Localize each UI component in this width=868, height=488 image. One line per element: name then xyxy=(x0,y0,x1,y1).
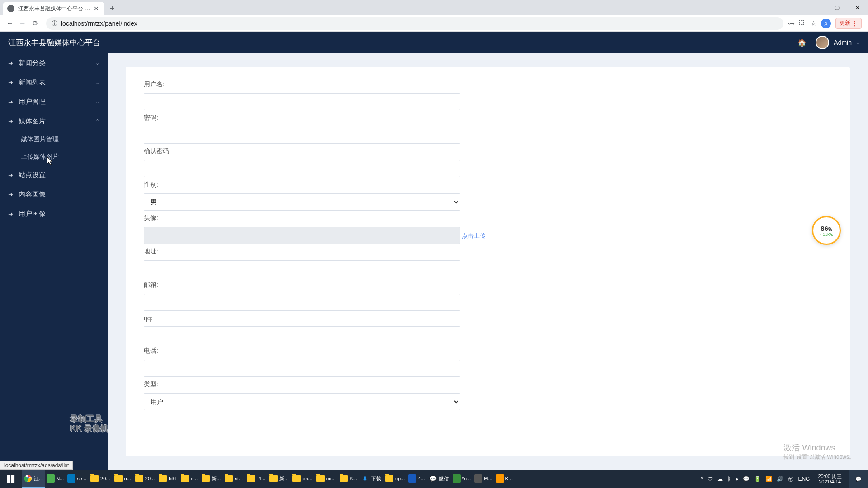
arrow-right-icon: ➜ xyxy=(8,79,13,86)
url-field-wrap[interactable]: ⓘ xyxy=(46,17,783,30)
taskbar-item[interactable]: K... xyxy=(494,470,515,488)
folder-icon xyxy=(316,474,325,483)
input-qq[interactable] xyxy=(144,326,460,343)
taskbar-item[interactable]: *n... xyxy=(451,470,473,488)
update-button[interactable]: 更新 ⋮ xyxy=(835,18,862,29)
tray-security-icon[interactable]: 🛡 xyxy=(708,476,713,482)
taskbar-item[interactable]: 4... xyxy=(406,470,426,488)
profile-avatar-icon[interactable]: 文 xyxy=(821,19,831,28)
taskbar-item[interactable]: co... xyxy=(314,470,338,488)
user-menu[interactable]: Admin ⌄ xyxy=(816,36,860,49)
taskbar-item[interactable]: ldhf xyxy=(156,470,179,488)
vscode-icon xyxy=(67,474,75,483)
sidebar-subitem-media-manage[interactable]: 媒体图片管理 xyxy=(0,131,108,148)
taskbar-item[interactable]: 新... xyxy=(267,470,290,488)
translate-icon[interactable]: ⿻ xyxy=(799,19,806,27)
speed-widget[interactable]: 86% ↑ 11K/s xyxy=(812,216,841,245)
window-close-button[interactable]: ✕ xyxy=(847,0,868,15)
tab-close-icon[interactable]: ✕ xyxy=(93,5,100,12)
label-phone: 电话: xyxy=(144,347,832,355)
speed-percent: 86% xyxy=(821,225,832,232)
url-input[interactable] xyxy=(61,20,778,27)
input-address[interactable] xyxy=(144,260,460,277)
window-maximize-button[interactable]: ▢ xyxy=(826,0,847,15)
browser-tab[interactable]: 江西永丰县融媒体中心平台-管理 ✕ xyxy=(3,2,104,15)
tab-title: 江西永丰县融媒体中心平台-管理 xyxy=(18,5,93,13)
taskbar-item-label: N... xyxy=(56,476,64,481)
new-tab-button[interactable]: + xyxy=(104,2,120,15)
wechat-icon: 💬 xyxy=(429,474,438,483)
sidebar-item-media-images[interactable]: ➜ 媒体图片 ⌃ xyxy=(0,112,108,131)
window-controls: ─ ▢ ✕ xyxy=(806,0,868,15)
form-card: 用户名: 密码: 确认密码: 性别: 男 头像: 点击上传 xyxy=(126,67,850,456)
sidebar: ➜ 新闻分类 ⌄ ➜ 新闻列表 ⌄ ➜ 用户管理 ⌄ ➜ 媒体图片 ⌃ 媒体图片… xyxy=(0,53,108,470)
tray-onedrive-icon[interactable]: ☁ xyxy=(717,476,723,482)
site-info-icon[interactable]: ⓘ xyxy=(52,19,57,28)
tray-volume-icon[interactable]: 🔊 xyxy=(777,476,783,482)
tray-overflow-icon[interactable]: ^ xyxy=(701,476,703,482)
folder-icon xyxy=(135,474,144,483)
taskbar-item[interactable]: M... xyxy=(472,470,494,488)
back-button[interactable]: ← xyxy=(4,17,16,30)
key-icon[interactable]: ⊶ xyxy=(788,19,795,28)
sidebar-item-site-settings[interactable]: ➜ 站点设置 xyxy=(0,165,108,185)
tray-ime-icon[interactable]: ㊥ xyxy=(788,475,793,483)
upload-link[interactable]: 点击上传 xyxy=(462,232,486,240)
input-email[interactable] xyxy=(144,294,460,311)
home-icon[interactable]: 🏠 xyxy=(797,38,807,47)
folder-icon xyxy=(158,474,167,483)
taskbar-item[interactable]: -4... xyxy=(245,470,267,488)
input-confirm-password[interactable] xyxy=(144,160,460,177)
taskbar-item[interactable]: 新... xyxy=(199,470,222,488)
sidebar-item-user-profile[interactable]: ➜ 用户画像 xyxy=(0,204,108,224)
input-phone[interactable] xyxy=(144,360,460,377)
taskbar-item-label: up... xyxy=(395,476,405,481)
tray-power-icon[interactable]: 🔋 xyxy=(754,476,761,482)
sidebar-item-news-category[interactable]: ➜ 新闻分类 ⌄ xyxy=(0,53,108,73)
taskbar-item-label: *n... xyxy=(462,476,471,481)
app-icon xyxy=(47,474,55,483)
input-password[interactable] xyxy=(144,127,460,144)
taskbar-item[interactable]: pa... xyxy=(290,470,314,488)
taskbar-item[interactable]: st... xyxy=(222,470,245,488)
taskbar-item[interactable]: se... xyxy=(66,470,88,488)
window-minimize-button[interactable]: ─ xyxy=(806,0,826,15)
tray-lang[interactable]: ENG xyxy=(798,476,810,482)
sidebar-item-news-list[interactable]: ➜ 新闻列表 ⌄ xyxy=(0,73,108,92)
label-email: 邮箱: xyxy=(144,281,832,289)
taskbar-clock[interactable]: 20:00 周三 2021/4/14 xyxy=(814,474,845,484)
sidebar-item-user-management[interactable]: ➜ 用户管理 ⌄ xyxy=(0,92,108,112)
taskbar-item[interactable]: 20... xyxy=(88,470,112,488)
taskbar-item[interactable]: ⬇下载 xyxy=(359,470,383,488)
sidebar-subitem-media-upload[interactable]: 上传媒体图片 xyxy=(0,148,108,165)
taskbar-item[interactable]: up... xyxy=(383,470,406,488)
start-button[interactable] xyxy=(0,470,22,488)
taskbar-item[interactable]: N... xyxy=(45,470,66,488)
notification-center-button[interactable]: 💬 xyxy=(849,470,868,488)
tray-wechat-icon[interactable]: 💬 xyxy=(743,476,750,482)
app-title: 江西永丰县融媒体中心平台 xyxy=(8,38,100,48)
forward-button[interactable]: → xyxy=(16,17,29,30)
select-gender[interactable]: 男 xyxy=(144,193,460,211)
bookmark-icon[interactable]: ☆ xyxy=(811,19,816,28)
taskbar-item[interactable]: d... xyxy=(179,470,199,488)
sidebar-item-content-profile[interactable]: ➜ 内容画像 xyxy=(0,185,108,204)
tray-bluetooth-icon[interactable]: ᛒ xyxy=(727,476,731,482)
taskbar-item[interactable]: ri... xyxy=(112,470,133,488)
tray-app-icon[interactable]: ● xyxy=(735,476,738,482)
user-name: Admin xyxy=(834,39,852,46)
label-username: 用户名: xyxy=(144,80,832,89)
reload-button[interactable]: ⟳ xyxy=(29,17,42,30)
input-username[interactable] xyxy=(144,93,460,110)
speed-rate: ↑ 11K/s xyxy=(820,232,833,237)
app-icon xyxy=(474,474,482,483)
folder-icon xyxy=(269,474,278,483)
sidebar-submenu-media: 媒体图片管理 上传媒体图片 xyxy=(0,131,108,165)
select-type[interactable]: 用户 xyxy=(144,393,460,410)
tray-network-icon[interactable]: 📶 xyxy=(765,476,772,482)
taskbar-item[interactable]: 江... xyxy=(22,470,45,488)
main-content: 用户名: 密码: 确认密码: 性别: 男 头像: 点击上传 xyxy=(108,53,868,470)
taskbar-item[interactable]: 20... xyxy=(133,470,156,488)
taskbar-item[interactable]: K... xyxy=(337,470,359,488)
taskbar-item[interactable]: 💬微信 xyxy=(427,470,451,488)
